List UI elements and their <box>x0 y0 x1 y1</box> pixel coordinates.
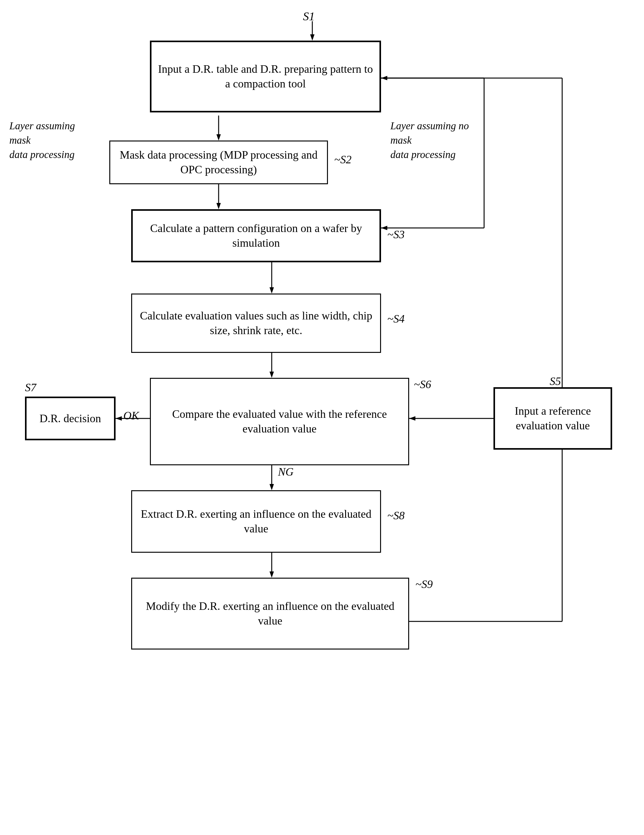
box4-evaluation-values: Calculate evaluation values such as line… <box>131 294 381 353</box>
s5-label: S5 <box>550 375 561 388</box>
svg-marker-25 <box>381 76 387 80</box>
svg-marker-13 <box>270 372 274 378</box>
s7-label: S7 <box>25 381 36 394</box>
box5-reference-value: Input a reference evaluation value <box>493 387 612 450</box>
s9-label: ~S9 <box>415 578 433 591</box>
box2-mask-data: Mask data processing (MDP processing and… <box>109 141 328 184</box>
box1-input-dr: Input a D.R. table and D.R. preparing pa… <box>150 41 381 112</box>
s4-label: ~S4 <box>387 312 405 325</box>
box3-calculate-pattern: Calculate a pattern configuration on a w… <box>131 209 381 262</box>
flowchart-diagram: S1 Input a D.R. table and D.R. preparing… <box>0 0 644 835</box>
svg-marker-1 <box>310 34 314 41</box>
layer-mask-text: Layer assuming mask data processing <box>10 119 97 162</box>
layer-no-mask-text: Layer assuming no mask data processing <box>390 119 490 162</box>
svg-marker-5 <box>216 203 221 209</box>
ng-label: NG <box>278 465 294 478</box>
svg-marker-11 <box>270 287 274 294</box>
ok-label: OK <box>124 409 139 422</box>
s6-label: ~S6 <box>414 378 431 391</box>
svg-marker-15 <box>409 416 415 421</box>
svg-marker-3 <box>216 134 221 141</box>
box8-extract-dr: Extract D.R. exerting an influence on th… <box>131 490 381 553</box>
s1-label: S1 <box>303 10 315 23</box>
box7-dr-decision: D.R. decision <box>25 396 115 440</box>
s3-label: ~S3 <box>387 228 405 241</box>
box9-modify-dr: Modify the D.R. exerting an influence on… <box>131 578 409 650</box>
svg-marker-17 <box>115 416 122 421</box>
s8-label: ~S8 <box>387 509 405 522</box>
svg-marker-9 <box>381 226 387 230</box>
s2-label: ~S2 <box>334 153 351 166</box>
box6-compare: Compare the evaluated value with the ref… <box>150 378 409 465</box>
svg-marker-21 <box>270 572 274 578</box>
svg-marker-19 <box>270 484 274 490</box>
